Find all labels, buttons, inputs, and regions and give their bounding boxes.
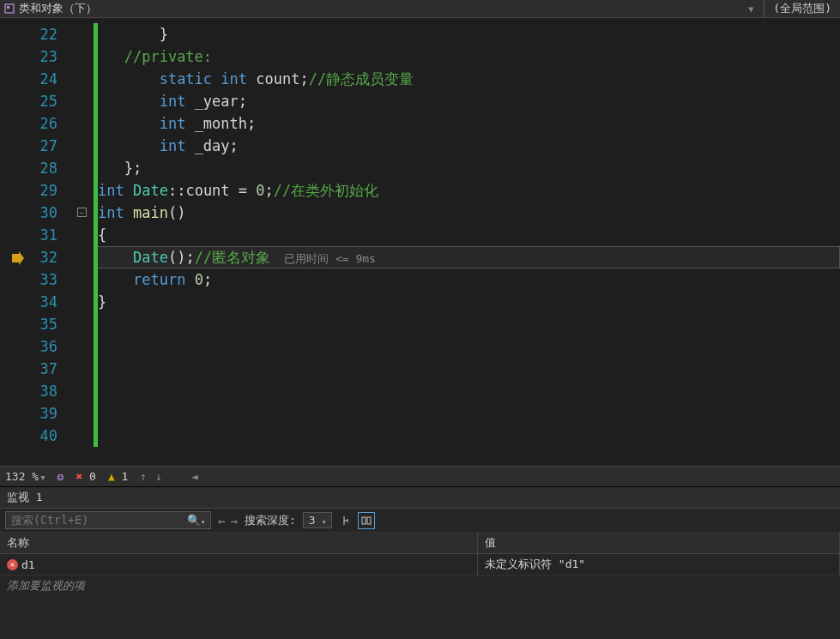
token: } <box>98 293 106 310</box>
comment: //静态成员变量 <box>309 70 414 87</box>
code-line[interactable] <box>94 358 840 380</box>
code-line[interactable]: int _day; <box>94 135 840 157</box>
operator: = <box>230 182 257 199</box>
search-input[interactable] <box>11 514 187 527</box>
line-number: 35 <box>12 313 57 335</box>
token: }; <box>124 160 142 177</box>
intellisense-icon[interactable]: ❂ <box>57 470 64 483</box>
svg-rect-2 <box>362 517 366 524</box>
code-line[interactable]: }; <box>94 157 840 179</box>
code-line[interactable]: } <box>94 23 840 45</box>
error-indicator[interactable]: ✖ 0 <box>76 470 95 483</box>
dropdown-arrow-icon[interactable]: ▼ <box>748 4 753 14</box>
line-number: 40 <box>12 425 57 447</box>
column-header-value[interactable]: 值 <box>478 533 840 553</box>
line-number: 28 <box>12 157 57 179</box>
type: Date <box>133 182 168 199</box>
code-line[interactable] <box>94 380 840 402</box>
toggle-columns-icon[interactable] <box>358 512 375 529</box>
line-number: 29 <box>12 179 57 202</box>
search-prev-icon[interactable]: ← <box>218 514 225 527</box>
watch-value-cell: 未定义标识符 "d1" <box>478 554 840 575</box>
line-number: 23 <box>12 45 57 68</box>
line-number: 36 <box>12 335 57 358</box>
fold-toggle[interactable]: − <box>77 208 87 217</box>
code-line[interactable]: { <box>94 224 840 246</box>
zoom-level[interactable]: 132 %▼ <box>5 470 45 483</box>
line-number-gutter: 22 23 24 25 26 27 28 29 30 31 32 33 34 3… <box>12 18 76 466</box>
code-line[interactable]: int Date::count = 0;//在类外初始化 <box>94 179 840 202</box>
watch-panel: 监视 1 🔍▾ ← → 搜索深度: 3 ▾ 名称 值 ✕ d1 未定义标识符 "… <box>0 486 840 639</box>
breadcrumb-scope[interactable]: (全局范围) <box>764 0 840 17</box>
identifier: _day <box>195 137 230 154</box>
search-next-icon[interactable]: → <box>230 514 237 527</box>
identifier: count <box>256 70 299 87</box>
keyword: static <box>160 70 212 87</box>
code-line[interactable]: } <box>94 291 840 313</box>
keyword: int <box>221 70 247 87</box>
comment: //在类外初始化 <box>274 182 378 199</box>
token: } <box>160 26 168 43</box>
keyword: int <box>160 93 186 110</box>
fold-gutter <box>76 18 94 466</box>
code-content[interactable]: } //private: static int count;//静态成员变量 i… <box>94 18 840 466</box>
code-line[interactable]: //private: <box>94 45 840 68</box>
identifier: count <box>185 182 229 199</box>
watch-variable-name: d1 <box>21 558 35 571</box>
line-number: 30 <box>12 202 57 224</box>
scroll-left-icon[interactable]: ◄ <box>191 470 198 483</box>
code-line[interactable] <box>94 335 840 358</box>
watch-row[interactable]: ✕ d1 未定义标识符 "d1" <box>0 554 840 576</box>
svg-rect-1 <box>7 6 9 9</box>
add-watch-placeholder[interactable]: 添加要监视的项 <box>0 576 840 596</box>
zoom-text: 132 % <box>5 470 39 483</box>
token: { <box>98 226 106 244</box>
breadcrumb-bar: 类和对象（下） ▼ (全局范围) <box>0 0 840 18</box>
code-line[interactable]: int _year; <box>94 90 840 112</box>
keyword: int <box>98 182 124 199</box>
code-line[interactable]: Date();//匿名对象已用时间 <= 9ms <box>94 246 840 268</box>
paren: () <box>168 204 185 221</box>
code-line[interactable]: return 0; <box>94 268 840 291</box>
execution-pointer-icon <box>10 251 24 265</box>
toggle-tree-icon[interactable] <box>339 512 356 529</box>
number: 0 <box>195 271 203 288</box>
class-icon <box>3 3 15 15</box>
breadcrumb[interactable]: 类和对象（下） ▼ <box>0 0 764 17</box>
identifier: _month <box>195 115 247 132</box>
status-bar: 132 %▼ ❂ ✖ 0 ▲ 1 ↑ ↓ ◄ <box>0 466 840 486</box>
watch-name-cell[interactable]: ✕ d1 <box>0 554 478 575</box>
code-line[interactable] <box>94 402 840 425</box>
code-line[interactable]: int _month; <box>94 112 840 135</box>
comment: //匿名对象 <box>195 249 270 266</box>
search-icon[interactable]: 🔍▾ <box>187 514 205 527</box>
paren: () <box>168 249 185 266</box>
scope-label: (全局范围) <box>773 1 831 16</box>
code-line[interactable] <box>94 313 840 335</box>
line-number: 24 <box>12 68 57 90</box>
code-line[interactable]: static int count;//静态成员变量 <box>94 68 840 90</box>
line-number: 31 <box>12 224 57 246</box>
depth-label: 搜索深度: <box>245 513 296 528</box>
keyword: return <box>133 271 185 288</box>
code-editor[interactable]: 22 23 24 25 26 27 28 29 30 31 32 33 34 3… <box>0 18 840 466</box>
code-line[interactable] <box>94 425 840 447</box>
column-header-name[interactable]: 名称 <box>0 533 478 553</box>
next-issue-icon[interactable]: ↓ <box>155 470 162 483</box>
watch-grid: 名称 值 ✕ d1 未定义标识符 "d1" 添加要监视的项 <box>0 533 840 639</box>
line-number: 37 <box>12 358 57 380</box>
prev-issue-icon[interactable]: ↑ <box>140 470 147 483</box>
line-number: 22 <box>12 23 57 45</box>
watch-search-box[interactable]: 🔍▾ <box>5 511 211 529</box>
error-icon: ✕ <box>7 559 18 570</box>
keyword: int <box>160 137 186 154</box>
type: Date <box>133 249 168 266</box>
code-line[interactable]: −int main() <box>94 202 840 224</box>
keyword: int <box>160 115 186 132</box>
depth-selector[interactable]: 3 ▾ <box>303 512 332 528</box>
warning-indicator[interactable]: ▲ 1 <box>108 470 128 483</box>
function: main <box>133 204 168 221</box>
line-number: 34 <box>12 291 57 313</box>
warning-count: 1 <box>122 470 129 483</box>
watch-toolbar: 🔍▾ ← → 搜索深度: 3 ▾ <box>0 509 840 533</box>
